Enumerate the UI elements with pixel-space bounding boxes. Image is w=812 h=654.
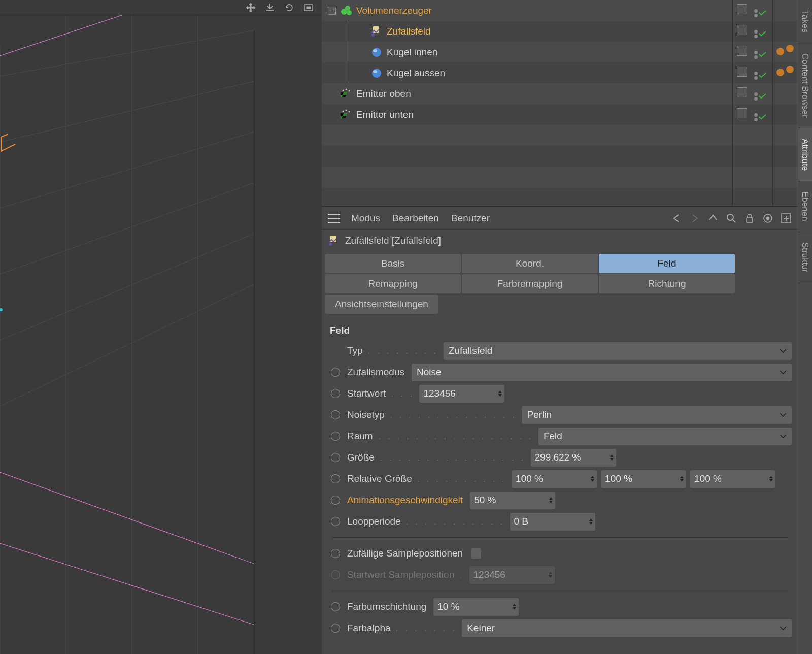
sidetab-layers[interactable]: Ebenen (798, 181, 812, 232)
visibility-toggle[interactable] (754, 30, 766, 38)
sidetab-content[interactable]: Content Browser (798, 43, 812, 128)
menu-edit[interactable]: Bearbeiten (392, 213, 439, 224)
tag-icon[interactable] (776, 48, 784, 55)
sphere-icon (370, 46, 383, 58)
chevron-down-icon (780, 347, 787, 354)
label-farbalpha: Farbalpha (347, 623, 391, 634)
attr-menu-bar: Modus Bearbeiten Benutzer (351, 213, 490, 224)
tree-row-emitter-unten[interactable]: Emitter unten (322, 104, 798, 125)
input-relg-y[interactable]: 100 % (601, 470, 686, 488)
sidetab-attribute[interactable]: Attribute (798, 128, 812, 181)
layer-color-icon[interactable] (737, 108, 747, 118)
add-icon[interactable] (781, 213, 792, 224)
viewport-3d[interactable] (0, 15, 322, 654)
label-groesse: Größe (347, 452, 375, 463)
tab-viewsettings[interactable]: Ansichtseinstellungen (325, 295, 438, 314)
chevron-down-icon (780, 411, 787, 418)
label-raum: Raum (347, 431, 373, 442)
tag-icon[interactable] (786, 66, 794, 73)
visibility-toggle[interactable] (754, 9, 766, 17)
dropdown-typ[interactable]: Zufallsfeld (444, 342, 792, 360)
label-typ: Typ (347, 345, 363, 356)
menu-user[interactable]: Benutzer (451, 213, 490, 224)
input-relg-x[interactable]: 100 % (512, 470, 597, 488)
right-dock-tabs: Takes Content Browser Attribute Ebenen S… (798, 0, 812, 654)
tree-row-kugel-aussen[interactable]: Kugel aussen (322, 62, 798, 83)
tree-item-label: Volumenerzeuger (356, 5, 432, 16)
check-icon (759, 93, 766, 99)
svg-line-30 (0, 15, 122, 56)
layer-color-icon[interactable] (737, 87, 747, 97)
move-icon[interactable] (245, 2, 257, 14)
search-icon[interactable] (726, 213, 737, 224)
layer-color-icon[interactable] (737, 67, 747, 77)
visibility-toggle[interactable] (754, 92, 766, 101)
object-manager[interactable]: −VolumenerzeugerZufallsfeldKugel innenKu… (322, 0, 798, 207)
tab-basis[interactable]: Basis (325, 254, 461, 273)
sidetab-struktur[interactable]: Struktur (798, 232, 812, 283)
forward-icon[interactable] (689, 213, 700, 224)
dropdown-zufallsmodus[interactable]: Noise (412, 364, 792, 381)
input-groesse[interactable]: 299.622 % (531, 449, 616, 467)
label-zufallsmodus: Zufallsmodus (347, 367, 404, 378)
svg-point-33 (0, 308, 3, 311)
svg-line-21 (0, 81, 254, 142)
tab-richtung[interactable]: Richtung (599, 274, 735, 293)
target-icon[interactable] (762, 213, 773, 224)
reload-icon[interactable] (283, 2, 295, 14)
input-relg-z[interactable]: 100 % (690, 470, 775, 488)
emitter-icon (340, 109, 352, 121)
input-startwert[interactable]: 123456 (419, 385, 504, 403)
menu-mode[interactable]: Modus (351, 213, 380, 224)
frame-icon[interactable] (302, 2, 315, 14)
spinner-icon[interactable] (610, 454, 614, 461)
tab-feld[interactable]: Feld (599, 254, 735, 273)
svg-line-20 (0, 30, 254, 76)
dropdown-farbalpha[interactable]: Keiner (462, 619, 792, 637)
expand-icon[interactable]: − (328, 7, 336, 15)
tree-row-volumenerzeuger[interactable]: −Volumenerzeuger (322, 0, 798, 21)
tree-row-kugel-innen[interactable]: Kugel innen (322, 42, 798, 62)
visibility-toggle[interactable] (754, 72, 766, 80)
checkbox-samplepos[interactable] (471, 548, 481, 559)
visibility-toggle[interactable] (754, 113, 766, 121)
push-down-icon[interactable] (264, 2, 276, 14)
label-relgroesse: Relative Größe (347, 473, 412, 484)
input-loop[interactable]: 0 B (510, 513, 595, 531)
randomfield-icon (328, 235, 340, 247)
tree-item-label: Zufallsfeld (387, 26, 431, 37)
tab-remapping[interactable]: Remapping (325, 274, 461, 293)
label-noisetyp: Noisetyp (347, 409, 385, 420)
tab-koord[interactable]: Koord. (462, 254, 598, 273)
check-icon (759, 31, 766, 37)
lock-icon[interactable] (744, 213, 755, 224)
check-icon (759, 114, 766, 120)
object-title: Zufallsfeld [Zufallsfeld] (345, 235, 441, 246)
sphere-icon (370, 67, 383, 79)
menu-icon[interactable] (328, 214, 340, 223)
check-icon (759, 10, 766, 16)
visibility-toggle[interactable] (754, 51, 766, 59)
back-icon[interactable] (671, 213, 682, 224)
label-loop: Loopperiode (347, 516, 401, 527)
label-samplestart: Startwert Sampleposition (347, 569, 454, 580)
layer-color-icon[interactable] (737, 25, 747, 35)
section-header: Feld (330, 325, 792, 336)
tag-icon[interactable] (786, 45, 794, 52)
input-farbum[interactable]: 10 % (433, 598, 519, 616)
layer-color-icon[interactable] (737, 46, 747, 56)
dropdown-noisetyp[interactable]: Perlin (522, 406, 792, 424)
check-icon (759, 73, 766, 78)
tree-row-zufallsfeld[interactable]: Zufallsfeld (322, 21, 798, 42)
tab-farbremapping[interactable]: Farbremapping (462, 274, 598, 293)
label-samplepos: Zufällige Samplepositionen (347, 548, 463, 559)
dropdown-raum[interactable]: Feld (538, 428, 792, 445)
sidetab-takes[interactable]: Takes (798, 0, 812, 43)
chevron-down-icon (780, 433, 787, 440)
input-animspeed[interactable]: 50 % (470, 492, 555, 509)
tree-row-emitter-oben[interactable]: Emitter oben (322, 83, 798, 104)
tag-icon[interactable] (776, 69, 784, 76)
up-icon[interactable] (707, 213, 719, 224)
layer-color-icon[interactable] (737, 4, 747, 14)
spinner-icon[interactable] (498, 390, 502, 397)
